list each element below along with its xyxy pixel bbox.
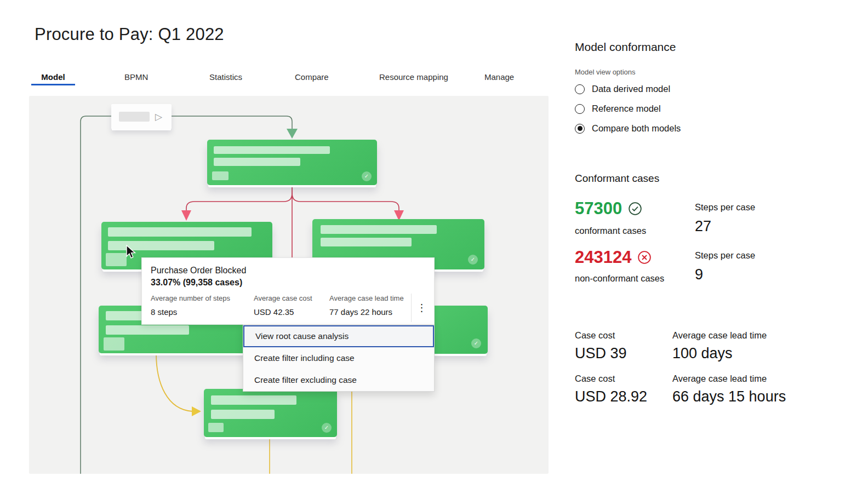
conformant-value-row: 57300 <box>575 199 642 219</box>
arrowhead-red-left <box>181 210 191 221</box>
conformant-cases-heading: Conformant cases <box>575 173 659 185</box>
shield-check-icon: ✓ <box>362 171 372 181</box>
x-circle-icon <box>637 250 652 265</box>
radio-data-derived-model[interactable]: Data derived model <box>575 84 670 94</box>
lead-time-label-1: Average case lead time <box>672 330 767 341</box>
node-label-placeholder <box>108 227 252 237</box>
lead-time-label-2: Average case lead time <box>672 374 767 384</box>
metric-steps: Average number of steps 8 steps <box>151 294 254 317</box>
radio-icon <box>575 104 585 114</box>
tooltip-metrics: Average number of steps 8 steps Average … <box>151 294 424 317</box>
tooltip-title: Purchase Order Blocked <box>151 266 424 275</box>
case-cost-label-2: Case cost <box>575 374 615 384</box>
start-node[interactable]: ▷ <box>111 104 172 129</box>
menu-item-filter-excluding[interactable]: Create filter excluding case <box>243 369 434 391</box>
check-circle-icon <box>628 202 642 216</box>
node-label-placeholder <box>214 158 300 166</box>
case-cost-value-1: USD 39 <box>575 345 627 362</box>
conformant-label: conformant cases <box>575 222 646 239</box>
node-label-placeholder <box>321 238 412 246</box>
node-stat-chip <box>208 423 224 432</box>
node-stat-chip <box>212 171 229 180</box>
shield-check-icon: ✓ <box>322 423 332 433</box>
tab-compare[interactable]: Compare <box>295 68 329 85</box>
lead-time-value-2: 66 days 15 hours <box>672 388 786 405</box>
conformance-sidebar: Model conformance Model view options Dat… <box>575 0 861 488</box>
arrowhead-green <box>287 129 298 139</box>
case-cost-label-1: Case cost <box>575 330 615 341</box>
metric-cost: Average case cost USD 42.35 <box>254 294 329 317</box>
node-label-placeholder <box>106 325 189 335</box>
menu-item-filter-including[interactable]: Create filter including case <box>243 347 434 369</box>
node-label-placeholder <box>211 395 296 405</box>
view-options-label: Model view options <box>575 68 636 76</box>
arrowhead-yellow <box>192 406 201 416</box>
tab-bpmn[interactable]: BPMN <box>124 68 148 85</box>
mouse-cursor <box>123 244 138 260</box>
node-label-placeholder <box>211 410 275 419</box>
context-menu: View root cause analysis Create filter i… <box>243 325 435 392</box>
tab-resource-mapping[interactable]: Resource mapping <box>379 68 448 85</box>
shield-check-icon: ✓ <box>468 255 478 265</box>
metric-lead-time: Average case lead time 77 days 22 hours <box>329 294 416 317</box>
node-label-placeholder <box>119 112 150 122</box>
page-title: Procure to Pay: Q1 2022 <box>35 25 224 44</box>
nonconformant-count: 243124 <box>575 248 631 267</box>
node-tooltip: Purchase Order Blocked 33.07% (99,358 ca… <box>141 257 435 325</box>
radio-reference-model[interactable]: Reference model <box>575 104 661 114</box>
node-label-placeholder <box>214 146 330 154</box>
steps-per-case-label-2: Steps per case <box>695 250 755 261</box>
nonconformant-value-row: 243124 <box>575 248 652 267</box>
steps-per-case-label-1: Steps per case <box>695 202 755 213</box>
tooltip-stat: 33.07% (99,358 cases) <box>151 278 424 288</box>
radio-compare-both-models[interactable]: Compare both models <box>575 123 681 134</box>
app-window: { "page": { "title": "Procure to Pay: Q1… <box>0 0 868 488</box>
lead-time-value-1: 100 days <box>672 345 733 362</box>
activity-node-bottom[interactable]: ✓ <box>204 389 337 437</box>
tab-statistics[interactable]: Statistics <box>209 68 242 85</box>
radio-icon <box>575 84 585 94</box>
steps-per-case-value-1: 27 <box>695 218 711 235</box>
steps-per-case-value-2: 9 <box>695 266 703 283</box>
tab-model[interactable]: Model <box>31 68 75 85</box>
activity-node-top[interactable]: ✓ <box>207 140 377 185</box>
tab-manage[interactable]: Manage <box>484 68 514 85</box>
node-label-placeholder <box>321 225 437 234</box>
overflow-menu-icon[interactable]: ⋮ <box>411 294 432 322</box>
sidebar-heading: Model conformance <box>575 41 676 54</box>
nonconformant-label: non-conformant cases <box>575 270 668 287</box>
play-icon: ▷ <box>155 111 162 123</box>
shield-check-icon: ✓ <box>471 338 481 348</box>
case-cost-value-2: USD 28.92 <box>575 388 647 405</box>
node-stat-chip <box>104 337 124 351</box>
conformant-count: 57300 <box>575 199 622 219</box>
menu-item-root-cause[interactable]: View root cause analysis <box>243 325 434 347</box>
radio-selected-icon <box>575 124 585 134</box>
process-model-canvas[interactable]: ▷ ✓ ✓ ✓ ✓ Purchase Order Blocked 33. <box>29 96 549 474</box>
